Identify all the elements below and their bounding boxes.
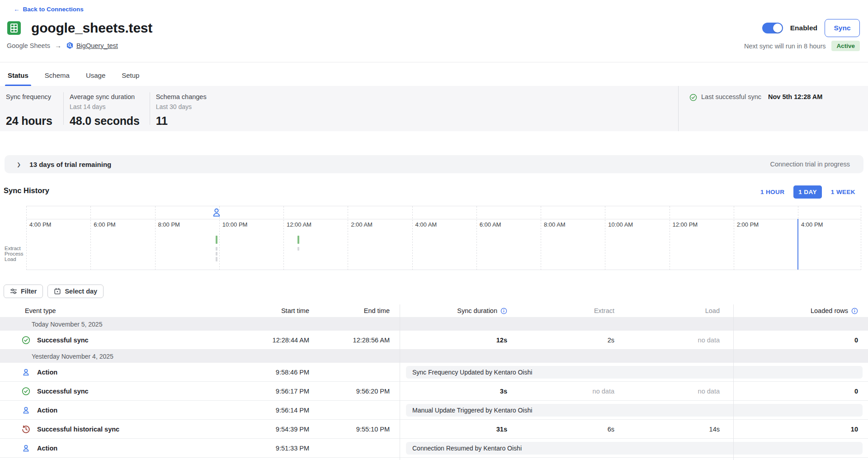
header-sub-row: Next sync will run in 8 hours Active bbox=[744, 41, 860, 51]
connection-title-row: google_sheets.test bbox=[7, 20, 152, 36]
back-arrow-icon: ← bbox=[14, 6, 20, 13]
stat-average-sync-duration: Average sync durationLast 14 days48.0 se… bbox=[64, 86, 150, 131]
chart-plot-area: 4:00 PM6:00 PM8:00 PM10:00 PM12:00 AM2:0… bbox=[26, 206, 861, 270]
sync-history-title: Sync History bbox=[4, 186, 49, 195]
chart-tick-label: 8:00 AM bbox=[544, 221, 566, 228]
range-button-1-day[interactable]: 1 DAY bbox=[793, 185, 822, 199]
stat-sublabel: Last 30 days bbox=[156, 103, 224, 114]
source-name: Google Sheets bbox=[7, 42, 50, 49]
google-sheets-icon bbox=[7, 21, 21, 35]
next-sync-text: Next sync will run in 8 hours bbox=[744, 43, 826, 50]
chevron-right-icon[interactable]: › bbox=[17, 158, 20, 171]
sync-lane-mark[interactable] bbox=[216, 247, 217, 251]
stat-value: 24 hours bbox=[6, 114, 53, 128]
breadcrumb-arrow-icon: → bbox=[55, 42, 61, 49]
cell-extract: 2s bbox=[608, 331, 614, 349]
chart-tick-label: 4:00 PM bbox=[29, 221, 51, 228]
time-range-buttons: 1 HOUR1 DAY1 WEEK bbox=[755, 185, 860, 199]
table-group-header: Yesterday November 4, 2025 bbox=[0, 350, 868, 363]
info-icon[interactable] bbox=[851, 308, 858, 314]
chart-tick-label: 10:00 PM bbox=[222, 221, 248, 228]
stat-label: Schema changes bbox=[156, 93, 224, 103]
table-row[interactable]: Action9:56:14 PMManual Update Triggered … bbox=[0, 401, 868, 420]
chart-gridline bbox=[670, 206, 670, 270]
tab-schema[interactable]: Schema bbox=[45, 67, 70, 86]
trial-status: Connection trial in progress bbox=[770, 161, 850, 168]
cell-extract: 6s bbox=[608, 420, 614, 438]
action-note: Manual Update Triggered by Kentaro Oishi bbox=[406, 404, 863, 417]
enabled-toggle[interactable] bbox=[762, 23, 783, 33]
chart-tick-label: 6:00 AM bbox=[480, 221, 501, 228]
toggle-knob bbox=[773, 24, 782, 33]
event-type-label: Action bbox=[37, 439, 57, 457]
cell-end-time: 9:56:20 PM bbox=[356, 382, 390, 400]
tab-status[interactable]: Status bbox=[8, 67, 28, 86]
chart-tick-label: 8:00 PM bbox=[158, 221, 180, 228]
column-header-start-time: Start time bbox=[281, 304, 309, 317]
sync-lane-mark[interactable] bbox=[216, 257, 217, 261]
table-group-header: Today November 5, 2025 bbox=[0, 318, 868, 331]
table-row[interactable]: Successful sync12:28:44 AM12:28:56 AM12s… bbox=[0, 331, 868, 350]
sync-event-mark[interactable] bbox=[216, 236, 217, 244]
back-to-connections-link[interactable]: ← Back to Connections bbox=[14, 6, 84, 13]
chart-tick-label: 6:00 PM bbox=[94, 221, 115, 228]
connection-status-page: ← Back to Connections google_sheets.test… bbox=[0, 0, 868, 460]
tab-setup[interactable]: Setup bbox=[122, 67, 139, 86]
header-actions: Enabled Sync bbox=[762, 19, 860, 37]
chart-tick-label: 2:00 AM bbox=[351, 221, 373, 228]
history-icon bbox=[22, 425, 30, 433]
filter-button[interactable]: Filter bbox=[4, 285, 43, 298]
chart-gridline bbox=[734, 206, 734, 270]
stat-value: 11 bbox=[156, 114, 224, 128]
cell-loaded-rows: 0 bbox=[854, 382, 858, 400]
event-type-label: Action bbox=[37, 363, 57, 381]
info-icon[interactable] bbox=[500, 308, 507, 314]
chart-gridline bbox=[541, 206, 541, 270]
chart-gridline bbox=[283, 206, 284, 270]
chart-lane-labels: ExtractProcessLoad bbox=[5, 246, 24, 262]
sync-event-mark[interactable] bbox=[297, 236, 299, 244]
table-row[interactable]: Action9:58:46 PMSync Frequency Updated b… bbox=[0, 363, 868, 382]
tabs: StatusSchemaUsageSetup bbox=[8, 67, 139, 86]
column-divider bbox=[399, 304, 401, 460]
bigquery-icon bbox=[66, 42, 74, 49]
trial-banner[interactable]: › 13 days of trial remaining Connection … bbox=[5, 155, 863, 173]
column-divider bbox=[733, 304, 734, 460]
action-icon bbox=[22, 444, 30, 452]
cell-extract: no data bbox=[593, 382, 614, 400]
stat-schema-changes: Schema changesLast 30 days11 bbox=[150, 86, 234, 131]
table-row[interactable]: Successful historical sync9:54:39 PM9:55… bbox=[0, 420, 868, 439]
table-row[interactable]: Successful sync9:56:17 PM9:56:20 PM3sno … bbox=[0, 382, 868, 401]
stat-sublabel bbox=[6, 103, 53, 114]
cell-end-time: 12:28:56 AM bbox=[353, 331, 390, 349]
sync-lane-mark[interactable] bbox=[297, 247, 299, 251]
person-marker-icon[interactable] bbox=[212, 207, 222, 218]
sync-button[interactable]: Sync bbox=[825, 19, 860, 37]
chart-gridline bbox=[412, 206, 413, 270]
cell-start-time: 9:54:39 PM bbox=[276, 420, 309, 438]
stat-label: Sync frequency bbox=[6, 93, 53, 103]
table-body: Today November 5, 2025Successful sync12:… bbox=[0, 318, 868, 458]
cell-sync-duration: 31s bbox=[496, 420, 507, 438]
cell-start-time: 12:28:44 AM bbox=[273, 331, 309, 349]
cell-sync-duration: 12s bbox=[496, 331, 507, 349]
sync-lane-mark[interactable] bbox=[216, 252, 217, 256]
event-type-label: Action bbox=[37, 401, 57, 419]
column-header-load: Load bbox=[705, 304, 720, 317]
chart-gridline bbox=[861, 206, 861, 270]
tab-usage[interactable]: Usage bbox=[86, 67, 105, 86]
range-button-1-week[interactable]: 1 WEEK bbox=[826, 185, 860, 199]
range-button-1-hour[interactable]: 1 HOUR bbox=[755, 185, 789, 199]
table-header: Event typeStart timeEnd timeSync duratio… bbox=[0, 304, 868, 318]
action-icon bbox=[22, 406, 30, 414]
success-icon bbox=[22, 387, 30, 395]
lane-label-load: Load bbox=[5, 256, 24, 262]
table-row[interactable]: Action9:51:33 PMConnection Resumed by Ke… bbox=[0, 439, 868, 458]
stat-sublabel: Last 14 days bbox=[70, 103, 140, 114]
table-toolbar: Filter Select day bbox=[4, 285, 104, 298]
stat-label: Average sync duration bbox=[70, 93, 140, 103]
chart-gridline bbox=[348, 206, 348, 270]
destination-link[interactable]: BigQuery_test bbox=[66, 42, 118, 49]
select-day-button[interactable]: Select day bbox=[47, 285, 104, 298]
cell-loaded-rows: 0 bbox=[854, 331, 858, 349]
